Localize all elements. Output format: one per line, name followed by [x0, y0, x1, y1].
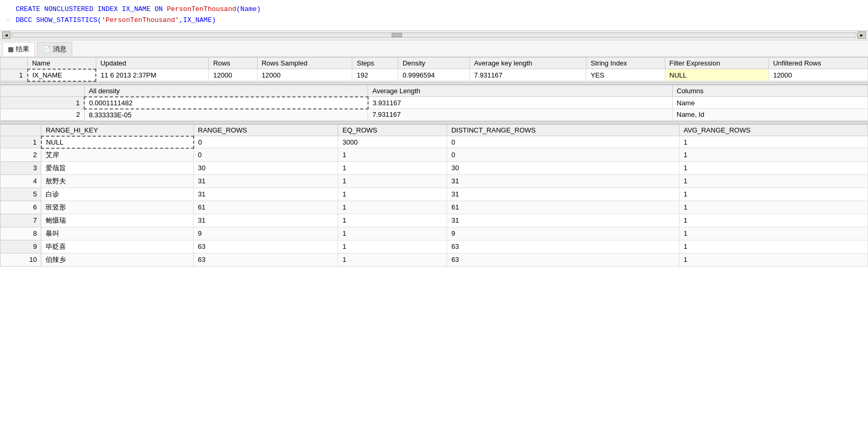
hist-row-10-range-hi-key: 伯辣乡 — [41, 253, 194, 266]
hist-row-6-eq-rows: 1 — [338, 201, 447, 214]
gutter-2: – — [6, 15, 12, 26]
hist-row-2-num: 2 — [1, 148, 41, 162]
row-1-name: IX_NAME — [28, 69, 96, 81]
hist-row-8-range-rows: 9 — [194, 227, 338, 240]
col-header-rownum-2 — [1, 85, 85, 97]
scroll-track[interactable] — [12, 32, 856, 38]
scroll-right-arrow[interactable]: ▶ — [858, 31, 866, 39]
hist-row-7-eq-rows: 1 — [338, 214, 447, 227]
hist-row-9-avg-range-rows: 1 — [679, 240, 867, 253]
table-row: 5 白诊 31 1 31 1 — [1, 188, 868, 201]
col-header-rows: Rows — [209, 57, 258, 69]
table-row: 3 爱哉旨 30 1 30 1 — [1, 161, 868, 174]
hist-row-5-distinct-range-rows: 31 — [447, 188, 680, 201]
col-header-avg-key-length: Average key length — [470, 57, 586, 69]
hist-row-7-num: 7 — [1, 214, 41, 227]
table-row: 6 班竖形 61 1 61 1 — [1, 201, 868, 214]
table-row: 1 IX_NAME 11 6 2013 2:37PM 12000 12000 1… — [1, 69, 868, 81]
row-1-filter-expression: NULL — [665, 69, 769, 81]
hist-row-5-avg-range-rows: 1 — [679, 188, 867, 201]
hist-row-6-distinct-range-rows: 61 — [447, 201, 680, 214]
hist-row-10-distinct-range-rows: 63 — [447, 253, 680, 266]
row-1-unfiltered-rows: 12000 — [769, 69, 867, 81]
density-row-1-num: 1 — [1, 97, 85, 109]
table-row: 1 0.0001111482 3.931167 Name — [1, 97, 868, 109]
tab-messages[interactable]: 📄 消息 — [37, 42, 72, 56]
tab-results-label: 结果 — [16, 45, 29, 54]
table-row: 10 伯辣乡 63 1 63 1 — [1, 253, 868, 266]
results-area: Name Updated Rows Rows Sampled Steps Den… — [0, 57, 868, 267]
hist-row-3-avg-range-rows: 1 — [679, 161, 867, 174]
hist-row-9-distinct-range-rows: 63 — [447, 240, 680, 253]
hist-row-3-distinct-range-rows: 30 — [447, 161, 680, 174]
col-header-name: Name — [28, 57, 96, 69]
col-header-columns: Columns — [672, 85, 868, 97]
hist-row-1-range-hi-key: NULL — [41, 136, 194, 148]
code-text-1: CREATE NONCLUSTERED INDEX IX_NAME ON Per… — [16, 4, 261, 15]
hist-row-7-avg-range-rows: 1 — [679, 214, 867, 227]
density-row-2-num: 2 — [1, 109, 85, 121]
results-icon: ▦ — [8, 46, 14, 53]
statistics-table: Name Updated Rows Rows Sampled Steps Den… — [0, 57, 868, 82]
hist-row-5-num: 5 — [1, 188, 41, 201]
code-line-1: CREATE NONCLUSTERED INDEX IX_NAME ON Per… — [6, 4, 862, 15]
row-1-avg-key-length: 7.931167 — [470, 69, 586, 81]
hist-row-5-eq-rows: 1 — [338, 188, 447, 201]
hist-row-9-range-hi-key: 毕贬喜 — [41, 240, 194, 253]
col-header-range-rows: RANGE_ROWS — [194, 124, 338, 136]
tab-bar: ▦ 结果 📄 消息 — [0, 40, 868, 57]
row-1-steps: 192 — [352, 69, 398, 81]
col-header-rownum-1 — [1, 57, 28, 69]
hist-row-1-eq-rows: 3000 — [338, 136, 447, 148]
hist-row-10-range-rows: 63 — [194, 253, 338, 266]
horizontal-scrollbar[interactable]: ◀ ▶ — [0, 31, 868, 40]
hist-row-2-range-rows: 0 — [194, 148, 338, 162]
hist-row-6-range-hi-key: 班竖形 — [41, 201, 194, 214]
hist-row-5-range-rows: 31 — [194, 188, 338, 201]
col-header-distinct-range-rows: DISTINCT_RANGE_ROWS — [447, 124, 680, 136]
density-table: All density Average Length Columns 1 0.0… — [0, 85, 868, 121]
hist-row-9-eq-rows: 1 — [338, 240, 447, 253]
hist-row-3-eq-rows: 1 — [338, 161, 447, 174]
code-editor: CREATE NONCLUSTERED INDEX IX_NAME ON Per… — [0, 0, 868, 31]
table-row: 2 艾岸 0 1 0 1 — [1, 148, 868, 162]
density-row-1-columns: Name — [672, 97, 868, 109]
hist-row-4-avg-range-rows: 1 — [679, 174, 867, 188]
hist-row-8-avg-range-rows: 1 — [679, 227, 867, 240]
col-header-all-density: All density — [84, 85, 368, 97]
col-header-filter-expression: Filter Expression — [665, 57, 769, 69]
table-row: 9 毕贬喜 63 1 63 1 — [1, 240, 868, 253]
density-table-section: All density Average Length Columns 1 0.0… — [0, 85, 868, 121]
row-1-rows: 12000 — [209, 69, 258, 81]
hist-row-7-range-rows: 31 — [194, 214, 338, 227]
hist-row-2-eq-rows: 1 — [338, 148, 447, 162]
code-line-2: – DBCC SHOW_STATISTICS('PersonTenThousan… — [6, 15, 862, 26]
hist-row-3-range-rows: 30 — [194, 161, 338, 174]
density-row-2-avg-length: 7.931167 — [368, 109, 672, 121]
row-1-rows-sampled: 12000 — [257, 69, 352, 81]
tab-results[interactable]: ▦ 结果 — [2, 42, 35, 57]
hist-row-10-num: 10 — [1, 253, 41, 266]
scroll-thumb[interactable] — [392, 33, 402, 37]
row-1-string-index: YES — [586, 69, 665, 81]
col-header-steps: Steps — [352, 57, 398, 69]
hist-row-9-num: 9 — [1, 240, 41, 253]
hist-row-8-eq-rows: 1 — [338, 227, 447, 240]
hist-row-4-distinct-range-rows: 31 — [447, 174, 680, 188]
hist-row-6-num: 6 — [1, 201, 41, 214]
hist-row-1-range-rows: 0 — [194, 136, 338, 148]
scroll-left-arrow[interactable]: ◀ — [2, 31, 10, 39]
hist-row-10-avg-range-rows: 1 — [679, 253, 867, 266]
hist-row-1-num: 1 — [1, 136, 41, 148]
hist-row-3-num: 3 — [1, 161, 41, 174]
hist-row-6-avg-range-rows: 1 — [679, 201, 867, 214]
hist-row-9-range-rows: 63 — [194, 240, 338, 253]
row-1-num: 1 — [1, 69, 28, 81]
table-row: 7 鲍慑瑞 31 1 31 1 — [1, 214, 868, 227]
hist-row-4-num: 4 — [1, 174, 41, 188]
density-row-2-all-density: 8.333333E-05 — [84, 109, 368, 121]
density-row-1-all-density: 0.0001111482 — [84, 97, 368, 109]
hist-row-6-range-rows: 61 — [194, 201, 338, 214]
hist-row-4-eq-rows: 1 — [338, 174, 447, 188]
density-row-2-columns: Name, Id — [672, 109, 868, 121]
